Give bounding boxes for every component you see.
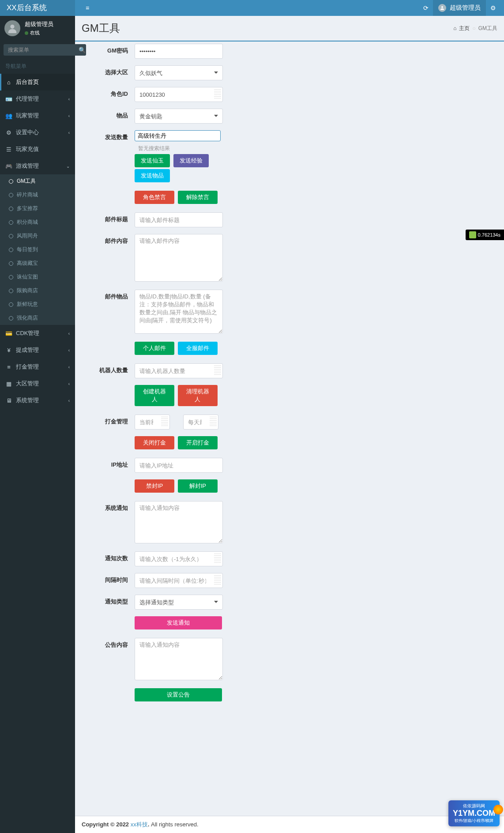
send-notice-button[interactable]: 发送通知: [135, 616, 222, 629]
breadcrumb-home[interactable]: 主页: [459, 25, 470, 32]
announce-label: 公告内容: [82, 638, 135, 649]
set-announce-button[interactable]: 设置公告: [135, 688, 222, 701]
sidebar-toggle[interactable]: ≡: [79, 0, 96, 16]
submenu-label: 每日签到: [17, 246, 38, 253]
user-menu[interactable]: 超级管理员: [433, 0, 486, 16]
sidebar-item-6[interactable]: 💳CDK管理‹: [0, 325, 75, 342]
notice-count-input[interactable]: [135, 551, 223, 566]
mail-content-input[interactable]: [135, 234, 223, 282]
notice-type-select[interactable]: 选择通知类型: [135, 595, 223, 610]
ip-input[interactable]: [135, 458, 223, 473]
sidebar-item-9[interactable]: ▦大区管理‹: [0, 375, 75, 392]
home-icon: ⌂: [5, 79, 12, 86]
circle-icon: [9, 302, 13, 307]
region-select[interactable]: 久似妖气: [135, 65, 223, 80]
sidebar-item-label: 设置中心: [16, 128, 39, 136]
close-gold-button[interactable]: 关闭打金: [135, 436, 174, 449]
submenu-label: 积分商城: [17, 219, 38, 226]
username-label: 超级管理员: [450, 4, 481, 12]
gold-label: 打金管理: [82, 415, 135, 426]
unban-role-button[interactable]: 解除禁言: [178, 191, 218, 204]
footer-company-link[interactable]: xx科技: [131, 821, 148, 828]
submenu-item-2[interactable]: 多宝推荐: [0, 202, 75, 215]
item-search-input[interactable]: [135, 130, 221, 141]
interval-input[interactable]: [135, 573, 223, 588]
notice-type-label: 通知类型: [82, 595, 135, 606]
sidebar-item-label: 提成管理: [16, 346, 39, 354]
card-icon: 💳: [5, 330, 12, 337]
submenu-label: 高级藏宝: [17, 260, 38, 267]
bars-icon: ≡: [86, 4, 89, 11]
submenu-label: 强化商店: [17, 314, 38, 322]
sidebar-item-label: 游戏管理: [16, 162, 39, 170]
notice-input[interactable]: [135, 501, 223, 543]
circle-icon: [9, 261, 13, 266]
sidebar-item-10[interactable]: 🖥系统管理‹: [0, 392, 75, 409]
role-id-input[interactable]: [135, 87, 223, 102]
submenu-item-6[interactable]: 高级藏宝: [0, 256, 75, 270]
sidebar-item-3[interactable]: ⚙设置中心‹: [0, 124, 75, 141]
submenu-item-1[interactable]: 碎片商城: [0, 188, 75, 202]
submenu-item-0[interactable]: GM工具: [0, 174, 75, 188]
open-gold-button[interactable]: 开启打金: [178, 436, 218, 449]
online-dot-icon: [25, 31, 28, 35]
send-item-button[interactable]: 发送物品: [135, 169, 170, 182]
submenu-label: 多宝推荐: [17, 205, 38, 212]
breadcrumb-current: GM工具: [478, 25, 497, 32]
user-avatar: [4, 20, 20, 36]
robot-count-input[interactable]: [135, 363, 223, 378]
sidebar-item-7[interactable]: ¥提成管理‹: [0, 342, 75, 358]
sidebar-item-1[interactable]: 🪪代理管理‹: [0, 90, 75, 107]
gm-password-input[interactable]: [135, 44, 223, 59]
region-label: 选择大区: [82, 65, 135, 76]
sidebar-item-0[interactable]: ⌂后台首页: [0, 74, 75, 90]
gold-current-input[interactable]: [135, 415, 170, 430]
personal-mail-button[interactable]: 个人邮件: [135, 342, 174, 355]
submenu-item-8[interactable]: 限购商店: [0, 284, 75, 298]
qty-label: 发送数量: [82, 130, 135, 141]
sidebar-item-4[interactable]: ☰玩家充值: [0, 141, 75, 158]
chevron-left-icon: ‹: [68, 113, 70, 118]
create-robot-button[interactable]: 创建机器人: [135, 385, 174, 406]
sidebar-item-5[interactable]: 🎮游戏管理⌄: [0, 158, 75, 174]
submenu-item-5[interactable]: 每日签到: [0, 243, 75, 256]
mail-item-input[interactable]: [135, 290, 223, 334]
submenu-label: 诛仙宝图: [17, 273, 38, 281]
ban-ip-button[interactable]: 禁封IP: [135, 479, 174, 493]
submenu-item-7[interactable]: 诛仙宝图: [0, 270, 75, 284]
chevron-left-icon: ‹: [68, 130, 70, 135]
sidebar-item-2[interactable]: 👥玩家管理‹: [0, 107, 75, 124]
sidebar: 超级管理员 在线 🔍 导航菜单 ⌂后台首页🪪代理管理‹👥玩家管理‹⚙设置中心‹☰…: [0, 16, 75, 833]
logo[interactable]: XX后台系统: [0, 0, 75, 16]
watermark: 依依源码网 Y1YM.COM 软件/游戏/小程序/棋牌: [448, 800, 500, 826]
sidebar-item-8[interactable]: ≡打金管理‹: [0, 358, 75, 375]
ban-role-button[interactable]: 角色禁言: [135, 191, 174, 204]
submenu-item-10[interactable]: 强化商店: [0, 311, 75, 325]
menu-search-button[interactable]: 🔍: [79, 44, 86, 56]
desktop-icon: 🖥: [5, 397, 12, 404]
menu-search-input[interactable]: [4, 44, 79, 56]
submenu-item-9[interactable]: 新鲜玩意: [0, 298, 75, 311]
clear-robot-button[interactable]: 清理机器人: [178, 385, 218, 406]
send-exp-button[interactable]: 发送经验: [173, 154, 209, 167]
mail-title-input[interactable]: [135, 212, 223, 227]
item-select[interactable]: 黄金钥匙: [135, 109, 223, 124]
interval-label: 间隔时间: [82, 573, 135, 584]
search-icon: 🔍: [79, 47, 86, 53]
chevron-left-icon: ‹: [68, 381, 70, 386]
settings-button[interactable]: ⚙: [486, 0, 500, 16]
submenu-item-4[interactable]: 风雨同舟: [0, 229, 75, 243]
refresh-button[interactable]: ⟳: [419, 0, 433, 16]
submenu-item-3[interactable]: 积分商城: [0, 215, 75, 229]
unban-ip-button[interactable]: 解封IP: [178, 479, 218, 493]
send-xianyu-button[interactable]: 发送仙玉: [135, 154, 170, 167]
gamepad-icon: 🎮: [5, 163, 12, 170]
notice-count-label: 通知次数: [82, 551, 135, 562]
submenu-label: 新鲜玩意: [17, 301, 38, 308]
announce-input[interactable]: [135, 638, 223, 680]
submenu-label: 碎片商城: [17, 191, 38, 199]
sidebar-item-label: 大区管理: [16, 380, 39, 388]
gold-max-input[interactable]: [183, 415, 218, 430]
leaf-icon: [469, 231, 476, 238]
server-mail-button[interactable]: 全服邮件: [178, 342, 218, 355]
